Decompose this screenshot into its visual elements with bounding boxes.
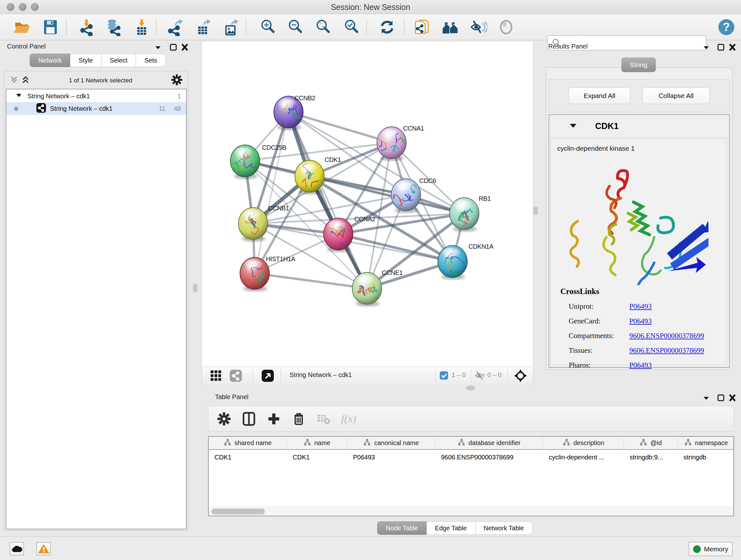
node-label-CCNB1: CCNB1 — [268, 205, 289, 212]
export-network-icon[interactable] — [166, 18, 185, 36]
node-label-CCNB2: CCNB2 — [294, 95, 315, 102]
tab-style[interactable]: Style — [70, 54, 101, 67]
hidden-eye-icon[interactable] — [475, 371, 485, 381]
table-horizontal-scrollbar[interactable] — [209, 507, 733, 516]
crosslink-label: GeneCard: — [569, 317, 629, 325]
scrollbar-thumb[interactable] — [211, 509, 265, 514]
network-edge[interactable] — [255, 112, 288, 273]
collapse-all-icon[interactable] — [10, 75, 18, 86]
column-header--id[interactable]: @id — [624, 437, 678, 449]
control-panel-close-icon[interactable] — [180, 44, 190, 52]
export-image-icon[interactable] — [222, 18, 240, 36]
node-table[interactable]: shared namenamecanonical namedatabase id… — [208, 436, 734, 516]
column-header-name[interactable]: name — [287, 437, 347, 449]
zoom-out-icon[interactable] — [286, 18, 305, 36]
network-node-CCNA1[interactable]: CCNA1 — [377, 125, 424, 161]
detach-view-icon[interactable] — [261, 369, 274, 383]
tab-string[interactable]: String — [621, 57, 656, 72]
tab-network-table[interactable]: Network Table — [475, 521, 533, 535]
zoom-fit-icon[interactable] — [314, 18, 332, 36]
crosslink-link[interactable]: P06493 — [629, 317, 652, 325]
network-node-HIST1H1A[interactable]: HIST1H1A — [240, 255, 295, 292]
column-header-database-identifier[interactable]: database identifier — [435, 437, 543, 449]
network-view-type-icon[interactable] — [229, 369, 242, 383]
left-splitter-handle[interactable] — [193, 284, 197, 292]
crosslink-link[interactable]: P06493 — [629, 302, 652, 311]
column-header-canonical-name[interactable]: canonical name — [347, 437, 435, 449]
gene-details: cyclin-dependent kinase 1 — [550, 139, 727, 365]
network-node-RB1[interactable]: RB1 — [450, 195, 491, 232]
table-row[interactable]: CDK1CDK1P064939606.ENSP00000378699cyclin… — [209, 450, 733, 464]
column-header-shared-name[interactable]: shared name — [209, 437, 287, 449]
import-table-file-icon[interactable] — [133, 18, 151, 36]
function-builder-icon: f(x) — [341, 413, 356, 425]
warning-status-button[interactable] — [37, 542, 51, 556]
node-label-CCNA2: CCNA2 — [354, 215, 375, 223]
network-node-CDC6[interactable]: CDC6 — [391, 177, 436, 213]
table-panel-close-icon[interactable] — [728, 394, 737, 402]
network-collection-row[interactable]: String Network – cdk1 1 — [6, 89, 186, 102]
tab-edge-table[interactable]: Edge Table — [427, 521, 475, 535]
column-header-namespace[interactable]: namespace — [678, 437, 735, 449]
collection-collapse-icon[interactable] — [15, 92, 22, 100]
tab-node-table[interactable]: Node Table — [377, 521, 427, 535]
add-column-icon[interactable] — [266, 412, 281, 426]
network-canvas-svg[interactable]: CCNB2CCNA1CDC25BCDK1CDC6RB1CCNB1CCNA2CDK… — [202, 42, 533, 366]
tab-sets[interactable]: Sets — [136, 54, 165, 67]
cloud-status-button[interactable] — [10, 542, 24, 556]
svg-text:?: ? — [723, 20, 730, 34]
table-panel-splitter-handle[interactable] — [467, 386, 475, 390]
results-panel-menu-icon[interactable] — [701, 44, 711, 52]
eye-icon[interactable] — [497, 18, 515, 36]
table-settings-gear-icon[interactable] — [217, 412, 231, 426]
gene-collapse-icon[interactable] — [569, 123, 577, 130]
crosslink-link[interactable]: 9606.ENSP00000378699 — [629, 332, 704, 340]
table-panel-menu-icon[interactable] — [701, 394, 711, 402]
control-panel-menu-icon[interactable] — [153, 44, 163, 52]
tab-network[interactable]: Network — [30, 54, 70, 67]
zoom-selected-icon[interactable] — [343, 18, 360, 36]
hide-graphics-icon[interactable] — [469, 18, 487, 36]
crosslink-label: Tissues: — [569, 347, 629, 355]
protein-structure-image — [558, 158, 709, 285]
help-icon[interactable]: ? — [718, 18, 735, 36]
network-row[interactable]: String Network – cdk1 11 48 — [6, 102, 186, 115]
network-edge[interactable] — [288, 112, 392, 143]
export-table-icon[interactable] — [194, 18, 212, 36]
memory-button[interactable]: Memory — [689, 542, 733, 556]
birdseye-target-icon[interactable] — [514, 369, 528, 384]
right-splitter-handle[interactable] — [534, 206, 538, 215]
column-header-description[interactable]: description — [543, 437, 624, 449]
results-panel-close-icon[interactable] — [728, 44, 737, 52]
delete-column-icon[interactable] — [291, 412, 306, 426]
import-network-database-icon[interactable] — [105, 18, 122, 36]
collapse-all-button[interactable]: Collapse All — [643, 87, 710, 104]
table-panel-float-icon[interactable] — [716, 394, 726, 402]
zoom-in-icon[interactable] — [259, 18, 277, 36]
network-edge[interactable] — [255, 273, 367, 288]
network-node-CDKN1A[interactable]: CDKN1A — [438, 243, 494, 280]
network-nodes[interactable]: CCNB2CCNA1CDC25BCDK1CDC6RB1CCNB1CCNA2CDK… — [229, 95, 494, 307]
control-panel-float-icon[interactable] — [169, 44, 178, 52]
gene-section-header[interactable]: CDK1 — [549, 115, 729, 138]
show-columns-icon[interactable] — [242, 412, 256, 426]
crosslink-link[interactable]: 9606.ENSP00000378699 — [629, 347, 704, 355]
selected-checkbox-icon[interactable] — [440, 371, 448, 381]
crosslink-link[interactable]: P06493 — [629, 361, 652, 369]
network-node-CCNB2[interactable]: CCNB2 — [269, 95, 316, 130]
results-panel-float-icon[interactable] — [716, 44, 726, 52]
save-session-icon[interactable] — [42, 18, 59, 36]
network-node-CCNE1[interactable]: CCNE1 — [352, 269, 403, 307]
grid-view-icon[interactable] — [210, 370, 222, 383]
network-view[interactable]: CCNB2CCNA1CDC25BCDK1CDC6RB1CCNB1CCNA2CDK… — [202, 42, 533, 367]
import-network-file-icon[interactable] — [77, 18, 95, 36]
open-session-icon[interactable] — [13, 18, 30, 36]
houses-icon[interactable] — [441, 18, 459, 36]
expand-top-icon[interactable] — [21, 75, 30, 86]
network-node-CCNB1[interactable]: CCNB1 — [239, 205, 289, 242]
share-document-icon[interactable] — [414, 18, 431, 36]
tab-select[interactable]: Select — [102, 54, 136, 67]
refresh-icon[interactable] — [378, 18, 396, 36]
network-options-gear-icon[interactable] — [171, 74, 183, 87]
expand-all-button[interactable]: Expand All — [569, 87, 630, 104]
